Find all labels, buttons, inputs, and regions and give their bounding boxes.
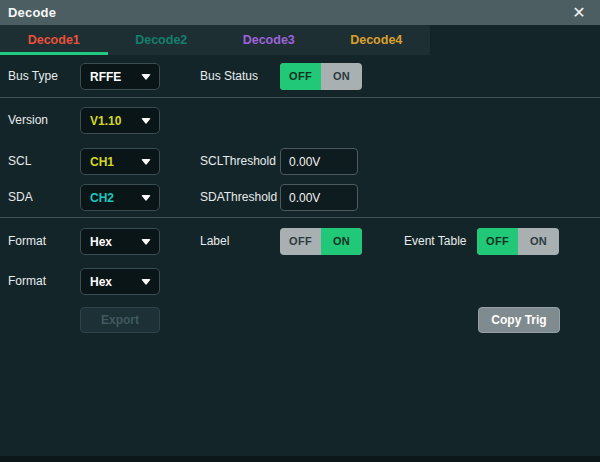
scl-channel-value: CH1 [81, 155, 141, 169]
close-icon[interactable]: ✕ [566, 0, 592, 25]
format-value: Hex [81, 235, 141, 249]
chevron-down-icon [141, 159, 151, 165]
bus-type-row: Bus Type RFFE Bus Status OFF ON [0, 63, 600, 90]
version-value: V1.10 [81, 114, 141, 128]
active-tab-underline [0, 52, 108, 55]
format2-label: Format [8, 268, 46, 295]
tab-decode3[interactable]: Decode3 [215, 25, 323, 55]
toggle-on-option[interactable]: ON [321, 63, 362, 90]
decode-tab-strip: Decode1 Decode2 Decode3 Decode4 [0, 25, 430, 55]
sda-channel-select[interactable]: CH2 [80, 184, 160, 211]
tab-label: Decode1 [28, 33, 80, 47]
format-row: Format Hex Label OFF ON Event Table OFF … [0, 228, 600, 255]
tab-label: Decode2 [135, 33, 187, 47]
sda-channel-value: CH2 [81, 191, 141, 205]
version-select[interactable]: V1.10 [80, 107, 160, 134]
tab-label: Decode4 [350, 33, 402, 47]
tab-decode2[interactable]: Decode2 [108, 25, 216, 55]
event-table-label: Event Table [404, 228, 467, 255]
chevron-down-icon [141, 74, 151, 80]
toggle-on-option[interactable]: ON [518, 228, 559, 255]
tab-decode1[interactable]: Decode1 [0, 25, 108, 55]
format-label: Format [8, 228, 46, 255]
copy-trig-button[interactable]: Copy Trig [478, 307, 560, 333]
event-table-toggle[interactable]: OFF ON [477, 228, 559, 255]
label-toggle[interactable]: OFF ON [280, 228, 362, 255]
bottom-edge [0, 456, 600, 462]
format-select[interactable]: Hex [80, 228, 160, 255]
tab-decode4[interactable]: Decode4 [323, 25, 431, 55]
scl-threshold-label: SCLThreshold [200, 148, 276, 175]
toggle-off-option[interactable]: OFF [280, 228, 321, 255]
toggle-off-option[interactable]: OFF [280, 63, 321, 90]
format2-row: Format Hex [0, 268, 600, 295]
chevron-down-icon [141, 239, 151, 245]
sda-label: SDA [8, 184, 33, 211]
toggle-on-option[interactable]: ON [321, 228, 362, 255]
bus-type-value: RFFE [81, 70, 141, 84]
version-label: Version [8, 107, 48, 134]
scl-label: SCL [8, 148, 31, 175]
chevron-down-icon [141, 118, 151, 124]
chevron-down-icon [141, 195, 151, 201]
tab-label: Decode3 [243, 33, 295, 47]
sda-threshold-label: SDAThreshold [200, 184, 277, 211]
format2-value: Hex [81, 275, 141, 289]
toggle-off-option[interactable]: OFF [477, 228, 518, 255]
actions-row: Export Copy Trig [0, 307, 600, 334]
scl-row: SCL CH1 SCLThreshold [0, 148, 600, 175]
label-toggle-label: Label [200, 228, 229, 255]
separator [0, 97, 600, 98]
scl-threshold-input[interactable] [280, 148, 358, 175]
sda-row: SDA CH2 SDAThreshold [0, 184, 600, 211]
export-button[interactable]: Export [80, 307, 160, 333]
bus-type-select[interactable]: RFFE [80, 63, 160, 90]
scl-channel-select[interactable]: CH1 [80, 148, 160, 175]
dialog-title: Decode [8, 5, 56, 20]
bus-type-label: Bus Type [8, 63, 58, 90]
separator [0, 217, 600, 218]
decode-dialog: Decode ✕ Decode1 Decode2 Decode3 Decode4… [0, 0, 600, 462]
sda-threshold-input[interactable] [280, 184, 358, 211]
format2-select[interactable]: Hex [80, 268, 160, 295]
version-row: Version V1.10 [0, 107, 600, 134]
titlebar: Decode ✕ [0, 0, 600, 25]
bus-status-toggle[interactable]: OFF ON [280, 63, 362, 90]
chevron-down-icon [141, 279, 151, 285]
bus-status-label: Bus Status [200, 63, 258, 90]
